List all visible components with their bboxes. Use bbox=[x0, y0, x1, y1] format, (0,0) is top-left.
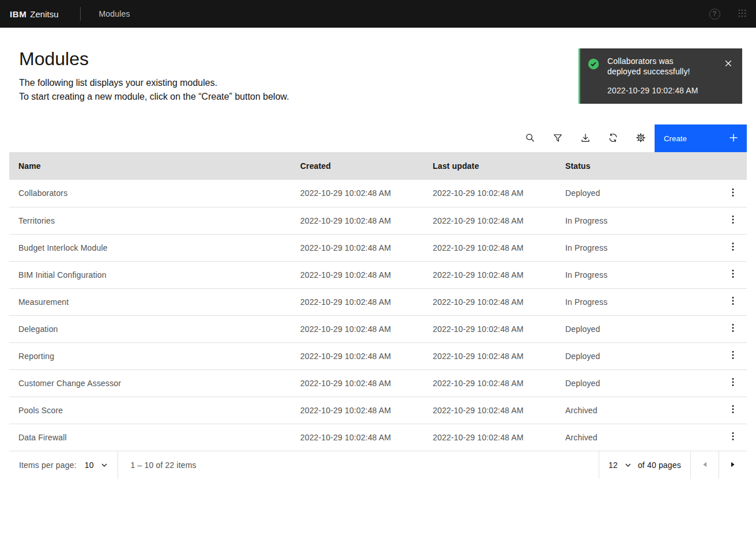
table-row: Delegation2022-10-29 10:02:48 AM2022-10-… bbox=[9, 315, 747, 342]
cell-status: In Progress bbox=[556, 288, 719, 315]
overflow-menu-icon bbox=[732, 269, 734, 280]
settings-gear-icon bbox=[636, 133, 646, 145]
toast-timestamp: 2022-10-29 10:02:48 AM bbox=[607, 86, 723, 95]
overflow-menu-icon bbox=[732, 242, 734, 253]
chevron-down-icon bbox=[625, 462, 632, 469]
page-number-select[interactable]: 12 of 40 pages bbox=[599, 451, 690, 479]
download-button[interactable] bbox=[572, 124, 599, 152]
item-range-text: 1 – 10 of 22 items bbox=[131, 460, 196, 470]
cell-status: In Progress bbox=[556, 261, 719, 288]
table-row: Collaborators2022-10-29 10:02:48 AM2022-… bbox=[9, 180, 747, 207]
cell-status: Archived bbox=[556, 397, 719, 424]
search-button[interactable] bbox=[516, 124, 544, 152]
row-overflow-menu-button[interactable] bbox=[719, 370, 747, 397]
cell-status: In Progress bbox=[556, 234, 719, 261]
overflow-menu-icon bbox=[732, 350, 734, 361]
column-header-status: Status bbox=[556, 152, 719, 180]
app-switcher-button[interactable] bbox=[728, 0, 756, 28]
overflow-menu-icon bbox=[732, 323, 734, 334]
success-toast: Collaborators was deployed successfully!… bbox=[579, 48, 742, 104]
cell-created: 2022-10-29 10:02:48 AM bbox=[291, 288, 424, 315]
cell-status: In Progress bbox=[556, 207, 719, 234]
overflow-menu-icon bbox=[732, 296, 734, 307]
cell-last-update: 2022-10-29 10:02:48 AM bbox=[424, 342, 556, 369]
table-row: Measurement2022-10-29 10:02:48 AM2022-10… bbox=[9, 288, 747, 315]
toast-close-button[interactable] bbox=[723, 58, 734, 70]
cell-row-actions bbox=[719, 207, 747, 234]
page-description-line2: To start creating a new module, click on… bbox=[19, 90, 289, 104]
renew-button[interactable] bbox=[599, 124, 627, 152]
settings-button[interactable] bbox=[627, 124, 655, 152]
help-button[interactable]: ? bbox=[701, 0, 728, 28]
cell-last-update: 2022-10-29 10:02:48 AM bbox=[424, 207, 556, 234]
cell-status: Archived bbox=[556, 424, 719, 451]
column-header-created: Created bbox=[291, 152, 424, 180]
cell-name: Budget Interlock Module bbox=[9, 234, 291, 261]
cell-row-actions bbox=[719, 342, 747, 369]
cell-name: Data Firewall bbox=[9, 424, 291, 451]
download-icon bbox=[580, 133, 591, 145]
items-per-page-select[interactable]: Items per page: 10 bbox=[9, 451, 108, 479]
toast-body: Collaborators was deployed successfully!… bbox=[607, 56, 723, 104]
cell-created: 2022-10-29 10:02:48 AM bbox=[291, 207, 424, 234]
cell-created: 2022-10-29 10:02:48 AM bbox=[291, 180, 424, 207]
row-overflow-menu-button[interactable] bbox=[719, 316, 747, 342]
cell-row-actions bbox=[719, 397, 747, 424]
filter-button[interactable] bbox=[544, 124, 572, 152]
cell-row-actions bbox=[719, 234, 747, 261]
overflow-menu-icon bbox=[732, 188, 734, 199]
cell-name: Customer Change Assessor bbox=[9, 369, 291, 397]
page-number-value: 12 bbox=[608, 460, 618, 470]
plus-icon bbox=[729, 133, 738, 144]
pagination-divider bbox=[118, 451, 118, 479]
row-overflow-menu-button[interactable] bbox=[719, 289, 747, 315]
help-icon: ? bbox=[709, 9, 720, 20]
create-button-label: Create bbox=[664, 134, 687, 143]
ibm-logo: IBM bbox=[10, 9, 27, 19]
toast-message: Collaborators was deployed successfully! bbox=[607, 56, 706, 77]
total-pages-label: of 40 pages bbox=[638, 460, 681, 470]
row-overflow-menu-button[interactable] bbox=[719, 424, 747, 451]
cell-name: Delegation bbox=[9, 315, 291, 342]
row-overflow-menu-button[interactable] bbox=[719, 235, 747, 261]
cell-name: Reporting bbox=[9, 342, 291, 369]
cell-last-update: 2022-10-29 10:02:48 AM bbox=[424, 288, 556, 315]
chevron-down-icon bbox=[101, 462, 108, 469]
header-nav-modules[interactable]: Modules bbox=[99, 9, 130, 18]
product-name: Zenitsu bbox=[30, 9, 58, 19]
cell-name: Pools Score bbox=[9, 397, 291, 424]
cell-created: 2022-10-29 10:02:48 AM bbox=[291, 369, 424, 397]
create-button[interactable]: Create bbox=[655, 124, 747, 152]
cell-last-update: 2022-10-29 10:02:48 AM bbox=[424, 180, 556, 207]
app-switcher-icon bbox=[737, 8, 747, 20]
row-overflow-menu-button[interactable] bbox=[719, 397, 747, 424]
row-overflow-menu-button[interactable] bbox=[719, 180, 747, 206]
table-row: Pools Score2022-10-29 10:02:48 AM2022-10… bbox=[9, 397, 747, 424]
cell-row-actions bbox=[719, 369, 747, 397]
cell-last-update: 2022-10-29 10:02:48 AM bbox=[424, 424, 556, 451]
header-divider bbox=[80, 7, 81, 21]
column-header-name: Name bbox=[9, 152, 291, 180]
cell-created: 2022-10-29 10:02:48 AM bbox=[291, 261, 424, 288]
cell-created: 2022-10-29 10:02:48 AM bbox=[291, 234, 424, 261]
row-overflow-menu-button[interactable] bbox=[719, 262, 747, 288]
row-overflow-menu-button[interactable] bbox=[719, 343, 747, 369]
overflow-menu-icon bbox=[732, 432, 734, 443]
table-row: Reporting2022-10-29 10:02:48 AM2022-10-2… bbox=[9, 342, 747, 369]
cell-last-update: 2022-10-29 10:02:48 AM bbox=[424, 261, 556, 288]
header-actions: ? bbox=[701, 0, 756, 28]
page-header: Modules The following list displays your… bbox=[19, 47, 289, 104]
table-row: Budget Interlock Module2022-10-29 10:02:… bbox=[9, 234, 747, 261]
page-title: Modules bbox=[19, 47, 289, 70]
column-header-menu bbox=[719, 152, 747, 180]
brand-logo: IBM Zenitsu bbox=[10, 9, 59, 19]
cell-last-update: 2022-10-29 10:02:48 AM bbox=[424, 234, 556, 261]
cell-created: 2022-10-29 10:02:48 AM bbox=[291, 315, 424, 342]
next-page-button[interactable] bbox=[719, 451, 747, 479]
pagination-page-controls: 12 of 40 pages bbox=[599, 451, 747, 479]
filter-icon bbox=[553, 133, 563, 145]
previous-page-button[interactable] bbox=[691, 451, 719, 479]
row-overflow-menu-button[interactable] bbox=[719, 207, 747, 234]
table-row: Customer Change Assessor2022-10-29 10:02… bbox=[9, 369, 747, 397]
cell-status: Deployed bbox=[556, 369, 719, 397]
